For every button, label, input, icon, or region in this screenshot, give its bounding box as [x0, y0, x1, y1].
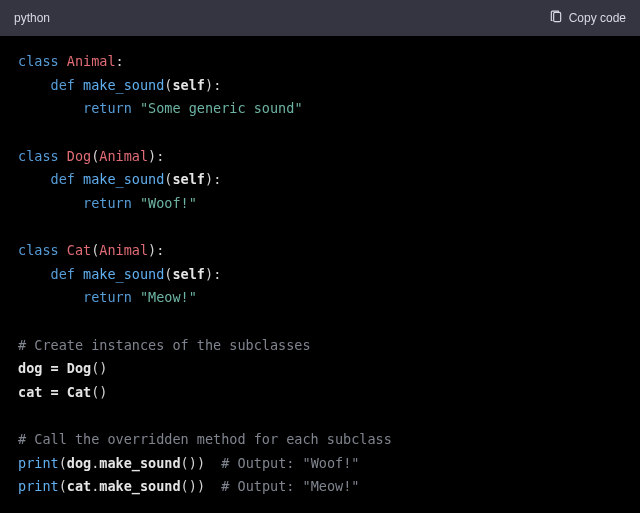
- code-header: python Copy code: [0, 0, 640, 36]
- code-area[interactable]: class Animal: def make_sound(self): retu…: [0, 36, 640, 513]
- copy-code-label: Copy code: [569, 11, 626, 25]
- code-block: python Copy code class Animal: def make_…: [0, 0, 640, 513]
- svg-rect-0: [553, 12, 560, 21]
- clipboard-icon: [549, 10, 563, 27]
- copy-code-button[interactable]: Copy code: [549, 10, 626, 27]
- code-content: class Animal: def make_sound(self): retu…: [18, 50, 622, 499]
- language-label: python: [14, 11, 50, 25]
